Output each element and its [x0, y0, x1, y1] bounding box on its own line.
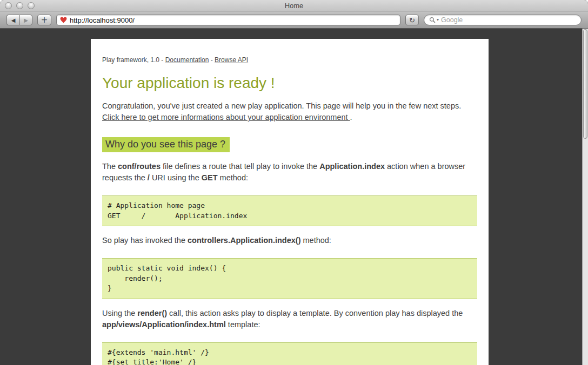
- text-segment: method:: [300, 236, 331, 245]
- nav-buttons: ◀ ▶: [6, 15, 32, 25]
- scrollbar-thumb[interactable]: [583, 29, 587, 139]
- window-scrollbar[interactable]: [582, 29, 588, 365]
- search-engine-caret-icon: ▾: [437, 18, 439, 22]
- text-segment: method:: [218, 173, 248, 182]
- back-icon: ◀: [11, 17, 16, 23]
- search-input[interactable]: [441, 16, 576, 24]
- browse-api-link[interactable]: Browse API: [215, 56, 248, 64]
- code-term: controllers.Application.index(): [188, 236, 300, 245]
- text-segment: The: [102, 162, 118, 171]
- minimize-button[interactable]: [16, 2, 23, 9]
- url-input[interactable]: [70, 16, 397, 24]
- documentation-link[interactable]: Documentation: [165, 56, 209, 64]
- text-segment: Using the: [102, 309, 137, 317]
- search-bar[interactable]: ▾: [424, 15, 582, 25]
- plus-icon: +: [41, 15, 48, 25]
- template-code-block: #{extends 'main.html' /} #{set title:'Ho…: [102, 342, 477, 365]
- text-segment: call, this action asks play to display a…: [167, 309, 463, 317]
- routes-code-block: # Application home page GET / Applicatio…: [102, 195, 477, 226]
- traffic-lights: [5, 2, 35, 9]
- text-segment: file defines a route that tell play to i…: [161, 162, 319, 171]
- intro-paragraph: Congratulation, you've just created a ne…: [102, 100, 477, 123]
- browser-toolbar: ◀ ▶ + ↻ ▾: [0, 12, 588, 29]
- text-segment: URI using the: [150, 173, 202, 182]
- text-segment: template:: [226, 320, 260, 329]
- code-term: GET: [202, 173, 218, 182]
- address-bar[interactable]: [56, 15, 400, 25]
- back-button[interactable]: ◀: [6, 15, 19, 25]
- intro-text: Congratulation, you've just created a ne…: [102, 102, 461, 110]
- separator: -: [209, 56, 215, 64]
- action-code-block: public static void index() { render(); }: [102, 258, 477, 299]
- section-title: Why do you see this page ?: [102, 137, 230, 152]
- section-heading: Why do you see this page ?: [102, 137, 477, 152]
- framework-header: Play framework, 1.0 - Documentation - Br…: [102, 56, 477, 64]
- code-term: app/views/Application/index.html: [102, 320, 226, 329]
- content-card: Play framework, 1.0 - Documentation - Br…: [91, 39, 489, 365]
- search-icon: ▾: [429, 17, 439, 23]
- code-term: conf/routes: [118, 162, 161, 171]
- framework-label: Play framework, 1.0 -: [102, 56, 165, 64]
- forward-icon: ▶: [24, 17, 28, 23]
- template-paragraph: Using the render() call, this action ask…: [102, 308, 477, 330]
- reload-icon: ↻: [409, 16, 415, 24]
- new-tab-button[interactable]: +: [37, 15, 51, 25]
- code-term: Application.index: [319, 162, 385, 171]
- window-title: Home: [285, 2, 304, 10]
- close-button[interactable]: [5, 2, 12, 9]
- code-term: render(): [137, 309, 167, 317]
- favicon-heart-icon: [60, 17, 67, 23]
- routes-paragraph: The conf/routes file defines a route tha…: [102, 161, 477, 184]
- titlebar[interactable]: Home: [0, 0, 588, 12]
- forward-button[interactable]: ▶: [19, 15, 32, 25]
- page-viewport: Play framework, 1.0 - Documentation - Br…: [0, 29, 588, 365]
- environment-info-link[interactable]: Click here to get more informations abou…: [102, 113, 350, 121]
- intro-suffix: .: [350, 113, 352, 121]
- browser-window: Home ◀ ▶ + ↻ ▾ Play framework, 1.0 - Doc…: [0, 0, 588, 365]
- invoked-paragraph: So play has invoked the controllers.Appl…: [102, 235, 477, 246]
- text-segment: So play has invoked the: [102, 236, 188, 245]
- reload-button[interactable]: ↻: [405, 15, 419, 25]
- page-title: Your application is ready !: [102, 75, 477, 92]
- zoom-button[interactable]: [28, 2, 35, 9]
